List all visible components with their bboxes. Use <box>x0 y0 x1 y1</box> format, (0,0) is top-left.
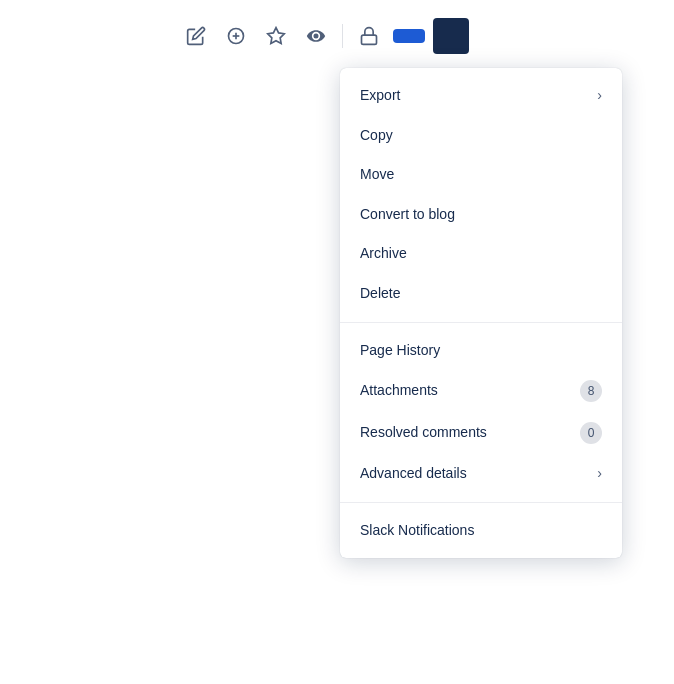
menu-item-label-move: Move <box>360 165 394 185</box>
comment-icon[interactable] <box>220 20 252 52</box>
menu-item-chevron-export: › <box>597 86 602 106</box>
menu-item-label-resolved-comments: Resolved comments <box>360 423 487 443</box>
share-button[interactable] <box>393 29 425 43</box>
menu-item-attachments[interactable]: Attachments8 <box>340 370 622 412</box>
menu-item-label-archive: Archive <box>360 244 407 264</box>
edit-icon[interactable] <box>180 20 212 52</box>
svg-rect-4 <box>362 35 377 44</box>
menu-item-convert-to-blog[interactable]: Convert to blog <box>340 195 622 235</box>
toolbar-divider <box>342 24 343 48</box>
watch-icon[interactable] <box>300 20 332 52</box>
menu-section-2: Page HistoryAttachments8Resolved comment… <box>340 322 622 502</box>
menu-item-export[interactable]: Export› <box>340 76 622 116</box>
menu-item-move[interactable]: Move <box>340 155 622 195</box>
menu-item-page-history[interactable]: Page History <box>340 331 622 371</box>
menu-item-badge-attachments: 8 <box>580 380 602 402</box>
menu-section-1: Export›CopyMoveConvert to blogArchiveDel… <box>340 68 622 322</box>
star-icon[interactable] <box>260 20 292 52</box>
toolbar <box>180 18 469 54</box>
more-button[interactable] <box>433 18 469 54</box>
menu-item-label-page-history: Page History <box>360 341 440 361</box>
menu-item-label-slack-notifications: Slack Notifications <box>360 521 474 541</box>
menu-item-resolved-comments[interactable]: Resolved comments0 <box>340 412 622 454</box>
menu-item-chevron-advanced-details: › <box>597 464 602 484</box>
menu-item-archive[interactable]: Archive <box>340 234 622 274</box>
dropdown-menu: Export›CopyMoveConvert to blogArchiveDel… <box>340 68 622 558</box>
svg-marker-3 <box>268 28 285 44</box>
menu-item-label-copy: Copy <box>360 126 393 146</box>
lock-icon[interactable] <box>353 20 385 52</box>
menu-item-advanced-details[interactable]: Advanced details› <box>340 454 622 494</box>
menu-item-label-export: Export <box>360 86 400 106</box>
menu-item-label-attachments: Attachments <box>360 381 438 401</box>
menu-item-label-convert-to-blog: Convert to blog <box>360 205 455 225</box>
menu-item-slack-notifications[interactable]: Slack Notifications <box>340 511 622 551</box>
menu-item-copy[interactable]: Copy <box>340 116 622 156</box>
menu-section-3: Slack Notifications <box>340 502 622 559</box>
menu-item-badge-resolved-comments: 0 <box>580 422 602 444</box>
menu-item-label-advanced-details: Advanced details <box>360 464 467 484</box>
menu-item-label-delete: Delete <box>360 284 400 304</box>
menu-item-delete[interactable]: Delete <box>340 274 622 314</box>
